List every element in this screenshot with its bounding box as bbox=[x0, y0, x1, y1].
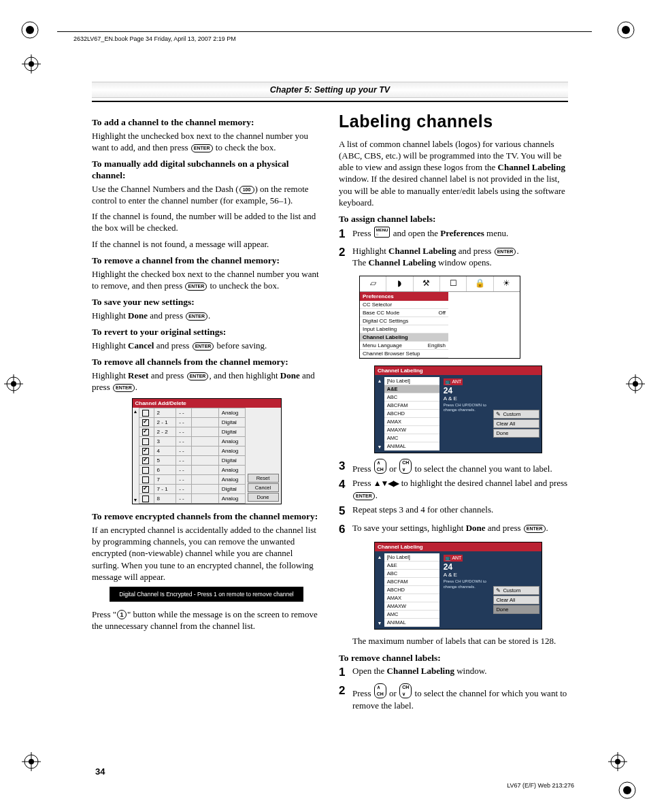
list-item[interactable]: ANIMAL bbox=[384, 619, 439, 627]
running-header: 2632LV67_EN.book Page 34 Friday, April 1… bbox=[73, 35, 236, 42]
encrypted-message-osd: Digital Channel Is Encrypted - Press 1 o… bbox=[110, 587, 303, 602]
list-item[interactable]: AMAX bbox=[384, 594, 439, 602]
checkbox-icon[interactable] bbox=[142, 438, 149, 445]
tab-setup-icon[interactable]: ⚒ bbox=[414, 276, 440, 291]
section-head: To remove all channels from the channel … bbox=[92, 357, 321, 368]
checkbox-icon[interactable] bbox=[142, 476, 149, 483]
list-item[interactable]: AMAXW bbox=[384, 426, 439, 434]
tab-picture-icon[interactable]: ▱ bbox=[360, 276, 386, 291]
one-button-icon: 1 bbox=[117, 610, 127, 619]
body-text: If the channel is not found, a message w… bbox=[92, 238, 321, 250]
enter-icon: ENTER bbox=[186, 312, 207, 321]
ant-badge: 📺 ANT bbox=[444, 378, 463, 385]
enter-icon: ENTER bbox=[191, 144, 213, 152]
hint-text: Press CH UP/DOWN to change channels. bbox=[444, 403, 490, 412]
step-body: Press MENU○ and open the Preferences men… bbox=[352, 227, 568, 240]
table-row: 3- -Analog bbox=[139, 437, 245, 446]
ch-up-icon: ∧CH bbox=[374, 683, 386, 698]
table-row: 8- -Analog bbox=[139, 494, 245, 504]
step-body: To save your settings, highlight Done an… bbox=[352, 522, 568, 534]
section-head: To remove encrypted channels from the ch… bbox=[92, 511, 321, 523]
step-number: 1 bbox=[339, 665, 352, 681]
tab-preferences-icon[interactable]: ☀ bbox=[494, 276, 520, 291]
checkbox-icon[interactable] bbox=[142, 419, 149, 426]
checkbox-icon[interactable] bbox=[142, 496, 149, 502]
custom-button[interactable]: ✎ Custom bbox=[493, 410, 539, 419]
checkbox-icon[interactable] bbox=[142, 486, 149, 493]
table-row: 2 - 1- -Digital bbox=[139, 418, 245, 427]
list-item[interactable]: AMC bbox=[384, 434, 439, 442]
menu-item[interactable]: Menu LanguageEnglish bbox=[360, 342, 448, 350]
list-item[interactable]: [No Label] bbox=[384, 553, 439, 562]
preferences-menu-osd: ▱ ◗ ⚒ ☐ 🔒 ☀ Preferences CC SelectorBase … bbox=[359, 276, 520, 359]
cancel-button[interactable]: Cancel bbox=[248, 483, 279, 492]
menu-item[interactable]: Channel Browser Setup bbox=[360, 350, 448, 358]
list-item[interactable]: ABCHD bbox=[384, 586, 439, 594]
right-column: Labeling channels A list of common chann… bbox=[339, 112, 568, 714]
list-item[interactable]: ANIMAL bbox=[384, 442, 439, 451]
checkbox-icon[interactable] bbox=[142, 467, 149, 474]
crop-mark-icon bbox=[616, 20, 635, 39]
ant-badge: 📺 ANT bbox=[444, 555, 463, 562]
svg-point-9 bbox=[29, 61, 34, 67]
svg-point-25 bbox=[615, 759, 620, 764]
table-row: 5- -Digital bbox=[139, 456, 245, 466]
reset-button[interactable]: Reset bbox=[248, 474, 279, 483]
page-number: 34 bbox=[95, 766, 105, 777]
step-number: 2 bbox=[339, 683, 352, 699]
list-item[interactable]: AMC bbox=[384, 611, 439, 619]
checkbox-icon[interactable] bbox=[142, 429, 149, 436]
done-button[interactable]: Done bbox=[493, 429, 539, 438]
step-number: 1 bbox=[339, 227, 352, 242]
list-item[interactable]: A&E bbox=[384, 562, 439, 570]
menu-item[interactable]: Channel Labeling bbox=[360, 334, 448, 342]
menu-item[interactable]: Input Labeling bbox=[360, 325, 448, 334]
checkbox-icon[interactable] bbox=[142, 457, 149, 464]
label-list[interactable]: [No Label]A&EABCABCFAMABCHDAMAXAMAXWAMCA… bbox=[384, 553, 439, 627]
page-title: Labeling channels bbox=[339, 112, 568, 131]
list-item[interactable]: ABCHD bbox=[384, 410, 439, 418]
channel-label: A & E bbox=[444, 572, 490, 578]
svg-point-13 bbox=[11, 381, 16, 387]
clear-all-button[interactable]: Clear All bbox=[493, 419, 539, 428]
done-button[interactable]: Done bbox=[493, 605, 539, 614]
checkbox-icon[interactable] bbox=[142, 448, 149, 455]
done-button[interactable]: Done bbox=[248, 493, 279, 502]
list-item[interactable]: ABC bbox=[384, 393, 439, 402]
table-row: 7- -Analog bbox=[139, 475, 245, 485]
channel-labeling-osd: Channel Labeling ▲▼ [No Label]A&EABCABCF… bbox=[374, 366, 542, 453]
ch-up-icon: ∧CH bbox=[374, 459, 386, 474]
list-item[interactable]: [No Label] bbox=[384, 377, 439, 385]
table-row: 4- -Analog bbox=[139, 446, 245, 456]
tab-audio-icon[interactable]: ◗ bbox=[386, 276, 413, 291]
list-item[interactable]: ABCFAM bbox=[384, 578, 439, 586]
tab-applications-icon[interactable]: ☐ bbox=[440, 276, 467, 291]
menu-item[interactable]: CC Selector bbox=[360, 301, 448, 309]
list-item[interactable]: AMAX bbox=[384, 418, 439, 426]
clear-all-button[interactable]: Clear All bbox=[493, 596, 539, 604]
tab-locks-icon[interactable]: 🔒 bbox=[467, 276, 493, 291]
svg-point-3 bbox=[622, 26, 630, 34]
osd-title: Channel Labeling bbox=[375, 366, 542, 375]
list-item[interactable]: AMAXW bbox=[384, 602, 439, 611]
custom-button[interactable]: ✎ Custom bbox=[493, 586, 539, 595]
channel-add-delete-osd: Channel Add/Delete ▲▼ 2- -Analog2 - 1- -… bbox=[132, 398, 282, 504]
list-item[interactable]: ABC bbox=[384, 570, 439, 578]
step-body: Highlight Channel Labeling and press ENT… bbox=[352, 245, 568, 269]
section-head: To save your new settings: bbox=[92, 297, 321, 308]
enter-icon: ENTER bbox=[524, 525, 546, 533]
body-text: If an encrypted channel is accidentally … bbox=[92, 524, 321, 583]
svg-point-17 bbox=[633, 381, 638, 387]
section-head: To assign channel labels: bbox=[339, 214, 568, 225]
menu-item[interactable]: Base CC ModeOff bbox=[360, 309, 448, 317]
checkbox-icon[interactable] bbox=[142, 410, 149, 417]
register-mark-icon bbox=[626, 374, 645, 393]
list-item[interactable]: A&E bbox=[384, 385, 439, 393]
step-body: Repeat steps 3 and 4 for other channels. bbox=[352, 504, 568, 516]
label-list[interactable]: [No Label]A&EABCABCFAMABCHDAMAXAMAXWAMCA… bbox=[384, 377, 439, 451]
menu-item[interactable]: Digital CC Settings bbox=[360, 317, 448, 325]
step-body: Open the Channel Labeling window. bbox=[352, 665, 568, 677]
list-item[interactable]: ABCFAM bbox=[384, 402, 439, 410]
enter-icon: ENTER bbox=[185, 282, 207, 291]
hint-text: Press CH UP/DOWN to change channels. bbox=[444, 579, 490, 589]
